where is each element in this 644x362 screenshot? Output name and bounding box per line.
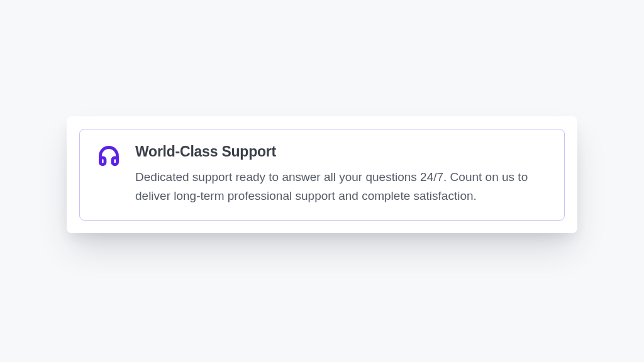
feature-card-outer: World-Class Support Dedicated support re… (67, 116, 577, 233)
feature-card: World-Class Support Dedicated support re… (79, 129, 565, 221)
headphones-icon (97, 143, 120, 167)
feature-content: World-Class Support Dedicated support re… (135, 143, 547, 205)
feature-title: World-Class Support (135, 143, 547, 160)
feature-description: Dedicated support ready to answer all yo… (135, 168, 547, 205)
